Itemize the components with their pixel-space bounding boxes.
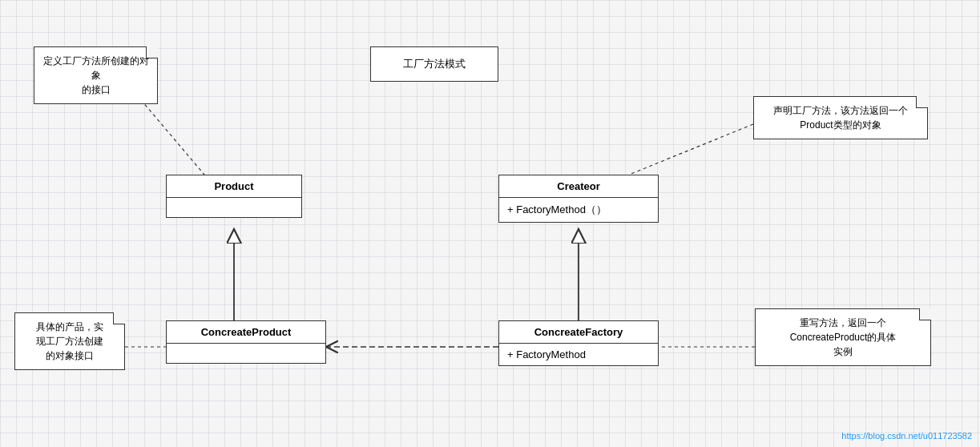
concrete-product-header: ConcreateProduct (167, 321, 325, 344)
product-body (167, 198, 301, 217)
concrete-factory-header: ConcreateFactory (499, 321, 658, 344)
creator-body: + FactoryMethod（） (499, 198, 658, 222)
title-label: 工厂方法模式 (403, 57, 466, 71)
note-factory-method-decl-text: 声明工厂方法，该方法返回一个 Product类型的对象 (773, 105, 908, 131)
concrete-factory-box: ConcreateFactory + FactoryMethod (498, 320, 659, 366)
note-concrete-product-text: 具体的产品，实 现工厂方法创建 的对象接口 (36, 321, 103, 361)
note-product-interface-text: 定义工厂方法所创建的对象 的接口 (43, 55, 149, 95)
creator-header: Createor (499, 175, 658, 198)
title-box: 工厂方法模式 (370, 46, 498, 82)
product-header: Product (167, 175, 301, 198)
creator-box: Createor + FactoryMethod（） (498, 175, 659, 223)
note-override-method-text: 重写方法，返回一个 ConcreateProduct的具体 实例 (790, 317, 897, 357)
concrete-factory-body: + FactoryMethod (499, 344, 658, 365)
concrete-product-body (167, 344, 325, 363)
note-product-interface: 定义工厂方法所创建的对象 的接口 (34, 46, 158, 104)
watermark: https://blog.csdn.net/u011723582 (841, 431, 972, 441)
note-concrete-product: 具体的产品，实 现工厂方法创建 的对象接口 (14, 312, 125, 370)
svg-line-1 (629, 124, 753, 175)
note-override-method: 重写方法，返回一个 ConcreateProduct的具体 实例 (755, 308, 931, 366)
product-box: Product (166, 175, 302, 218)
note-factory-method-decl: 声明工厂方法，该方法返回一个 Product类型的对象 (753, 96, 928, 139)
concrete-product-box: ConcreateProduct (166, 320, 326, 364)
